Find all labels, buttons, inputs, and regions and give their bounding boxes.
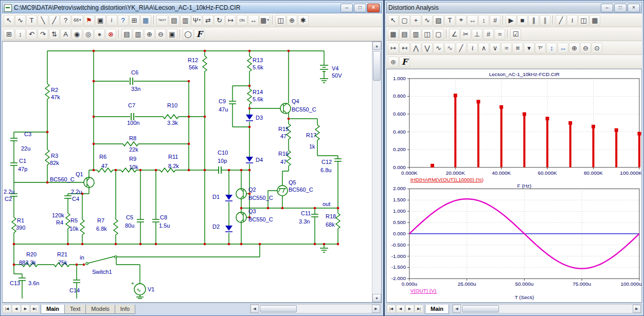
low-button[interactable]: ∿ xyxy=(444,43,455,53)
rotate-right-tool[interactable]: ↷ xyxy=(38,29,48,40)
zoom-fit-button[interactable]: ⊙ xyxy=(592,43,602,53)
scissors-icon[interactable]: ✂ xyxy=(460,29,471,40)
fourier-options-icon[interactable]: ⊕ xyxy=(388,57,399,67)
hscroll-track[interactable] xyxy=(461,305,633,313)
next-data-point[interactable]: ↦ xyxy=(388,43,399,53)
valley-button[interactable]: ⋁ xyxy=(422,43,433,53)
picture-tool[interactable]: ▣ xyxy=(95,15,106,26)
branch-menu[interactable]: ▾ xyxy=(524,43,534,53)
first-tab-button[interactable]: |◀ xyxy=(3,305,11,313)
info-badge[interactable]: ● xyxy=(94,29,105,40)
scale-x-button[interactable]: ↕ xyxy=(546,43,557,53)
vscroll-thumb[interactable] xyxy=(373,51,381,81)
slope-button[interactable]: ╱ xyxy=(456,43,467,53)
list-button[interactable]: ≡ xyxy=(512,43,523,53)
tick-format-icon[interactable]: # xyxy=(483,29,494,40)
resume-button[interactable]: ∥ xyxy=(540,15,550,26)
stop-button[interactable]: ■ xyxy=(517,15,528,26)
last-tab-button[interactable]: ▶| xyxy=(30,305,39,313)
paste-picture-tool[interactable]: ▥ xyxy=(133,29,144,40)
properties-tool[interactable]: ▢ xyxy=(399,15,410,26)
close-button[interactable]: × xyxy=(628,4,640,12)
hscroll-thumb[interactable] xyxy=(462,305,499,312)
smoothing-icon[interactable]: ≈ xyxy=(494,29,505,40)
scale-tool[interactable]: ⊞ xyxy=(129,15,140,26)
maximize-button[interactable]: □ xyxy=(354,4,366,12)
tag-horizontal-tool[interactable]: ↔ xyxy=(467,15,478,26)
diagonal-wire-tool[interactable]: ╱ xyxy=(49,15,60,26)
zoom-out-button[interactable]: ⊖ xyxy=(580,43,591,53)
scroll-right-button[interactable]: ▶ xyxy=(633,305,641,313)
select-tool[interactable]: ↖ xyxy=(388,15,399,26)
pages-icon[interactable]: ◫ xyxy=(422,29,433,40)
tab-info[interactable]: Info xyxy=(115,305,135,314)
axes-icon[interactable]: ∠ xyxy=(449,29,460,40)
info-tool[interactable]: i xyxy=(106,15,117,26)
left-titlebar[interactable]: C:\MC9\DATA\Petrov\switching distortion\… xyxy=(2,2,382,13)
bottom-button[interactable]: ∨ xyxy=(490,43,500,53)
node-numbers-toggle[interactable]: ON xyxy=(237,15,247,26)
part-selector[interactable]: 68▾ xyxy=(71,15,83,26)
close-button[interactable]: × xyxy=(367,4,380,12)
text-tool[interactable]: T xyxy=(444,15,455,26)
wire-tool[interactable]: ╲ xyxy=(38,15,48,26)
next-tab-button[interactable]: ▶ xyxy=(21,305,30,313)
cursor-mode-tool[interactable]: + xyxy=(410,15,421,26)
mirror-tool[interactable]: ⇅ xyxy=(49,29,60,40)
right-titlebar[interactable]: Distortion Analysis – □ × xyxy=(386,2,642,13)
copy-to-front-tool[interactable]: ▤ xyxy=(169,15,180,26)
horizontal-scrollbar[interactable]: ◀ ▶ xyxy=(452,304,641,313)
columns-icon[interactable]: ▥ xyxy=(410,29,421,40)
find-next-tool[interactable]: ◎ xyxy=(83,29,94,40)
schematic-canvas[interactable]: ∿ + R1256kR135.6kV450VC633nR145.6kR247kC… xyxy=(2,41,382,303)
settings-tool[interactable]: ✱ xyxy=(298,15,309,26)
copy-picture-tool[interactable]: ▤ xyxy=(121,29,132,40)
text-box-tool[interactable]: TEXT xyxy=(156,15,168,26)
peak-button[interactable]: ⋀ xyxy=(410,43,421,53)
font-tool[interactable]: A xyxy=(60,29,71,40)
plot-options-icon[interactable]: ☑ xyxy=(510,29,521,40)
snapshot-tool[interactable]: ▣ xyxy=(167,29,177,40)
zoom-select-tool[interactable]: ⊕ xyxy=(287,15,297,26)
numeric-output-icon[interactable]: ▦ xyxy=(388,29,399,40)
polyline-tool[interactable]: ≀ xyxy=(567,15,578,26)
split-plot-tool[interactable]: ◫ xyxy=(578,15,589,26)
curve-button[interactable]: ≀ xyxy=(467,43,478,53)
text-tool[interactable]: T xyxy=(26,15,37,26)
copy-to-back-tool[interactable]: ▥ xyxy=(180,15,191,26)
horizontal-scrollbar[interactable]: ◀ ▶ xyxy=(250,304,381,313)
plots-area[interactable]: 0.000K20.000K40.000K60.000K80.000K100.00… xyxy=(386,69,642,303)
scroll-right-button[interactable]: ▶ xyxy=(372,305,380,313)
stretch-tool[interactable]: ↕ xyxy=(15,29,26,40)
flag-tool[interactable]: ⚑ xyxy=(84,15,95,26)
error-badge[interactable]: ⊗ xyxy=(105,29,116,40)
fft-function-button[interactable]: F xyxy=(399,57,410,67)
outline-icon[interactable]: ▢ xyxy=(433,29,444,40)
function-button[interactable]: F xyxy=(194,29,205,40)
flip-tool[interactable]: ⇄ xyxy=(203,15,213,26)
minimize-button[interactable]: – xyxy=(601,4,613,12)
first-tab-button[interactable]: |◀ xyxy=(387,305,396,313)
prev-tab-button[interactable]: ◀ xyxy=(12,305,21,313)
performance-tag-tool[interactable]: # xyxy=(490,15,500,26)
zoom-region-tool[interactable]: ▧ xyxy=(433,15,444,26)
grid-menu[interactable]: ▦▾ xyxy=(259,15,270,26)
run-button[interactable]: ▶ xyxy=(506,15,516,26)
tab-main[interactable]: Main xyxy=(41,305,65,314)
help-tool[interactable]: ? xyxy=(118,15,129,26)
source-menu[interactable]: Ψ▾ xyxy=(191,15,202,26)
pan-tool[interactable]: ⊞ xyxy=(4,29,14,40)
rotate-tool[interactable]: ↻ xyxy=(214,15,225,26)
query-tool[interactable]: ? xyxy=(60,15,71,26)
last-tab-button[interactable]: ▶| xyxy=(415,305,423,313)
prev-tab-button[interactable]: ◀ xyxy=(396,305,405,313)
top-button[interactable]: ∧ xyxy=(478,43,489,53)
vscroll-track[interactable] xyxy=(372,50,381,294)
tab-main[interactable]: Main xyxy=(425,305,449,314)
ruler-tool[interactable]: ↔ xyxy=(248,15,259,26)
scroll-up-button[interactable]: ▲ xyxy=(372,42,381,50)
chart-tool[interactable]: ▦ xyxy=(140,15,151,26)
tab-text[interactable]: Text xyxy=(64,305,86,314)
scroll-left-button[interactable]: ◀ xyxy=(453,305,461,313)
line-annotate-tool[interactable]: ╱ xyxy=(556,15,566,26)
